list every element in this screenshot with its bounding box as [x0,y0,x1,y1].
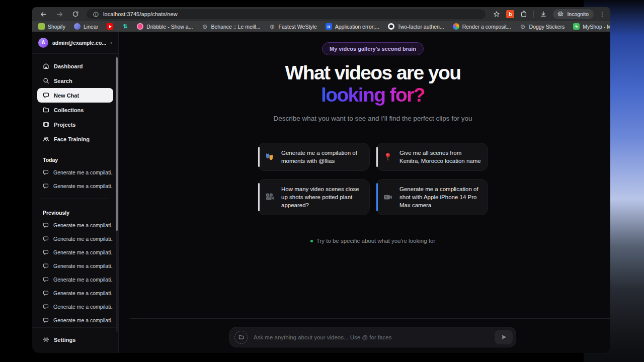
hero-badge: My videos gallery's second brain [322,42,424,55]
sidebar-item-label: Collections [54,107,84,113]
suggestion-card[interactable]: Give me all scenes from Kenitra, Morocco… [376,143,488,171]
chat-history-item[interactable]: Generate me a compilati... [37,300,113,313]
attach-button[interactable] [234,331,248,344]
incognito-label: Incognito [567,11,589,17]
movie-camera-icon [265,192,275,202]
chat-history-item[interactable]: Generate me a compilati... [37,313,113,327]
sidebar-item-face-training[interactable]: Face Training [37,132,113,146]
chevron-left-icon[interactable]: ‹ [110,39,113,46]
sidebar-item-label: New Chat [54,93,79,99]
suggestion-cards: Generate me a compilation of moments wit… [135,143,610,215]
suggestion-card[interactable]: Generate me a compilation of moments wit… [258,143,370,171]
github-favicon [388,23,394,30]
history-section-title: Today [32,157,118,163]
sidebar-item-collections[interactable]: Collections [37,103,113,117]
more-menu-icon[interactable]: ⋮ [599,11,605,18]
sidebar-item-label: Projects [54,122,75,128]
send-button[interactable] [495,330,513,344]
sidebar-divider [39,199,110,199]
round-pushpin-icon [383,152,393,162]
chat-bubble-icon [43,249,49,255]
forward-icon[interactable] [55,10,63,18]
bookmark-item[interactable]: Two-factor authen... [388,23,444,30]
bookmark-star-icon[interactable] [493,10,501,18]
bookmark-item[interactable]: ⇅ [122,23,128,30]
bookmark-item[interactable]: ϟMyShop - Multipur... [573,23,610,30]
sidebar: A admin@example.co... ‹ Dashboard Search… [32,32,119,353]
bookmarks-bar: Shopify Linear ⇅ Dribbble - Show a... ⊕B… [32,21,610,32]
chat-history-label: Generate me a compilati... [53,236,113,242]
suggestion-text: Give me all scenes from Kenitra, Morocco… [399,149,481,165]
chat-input[interactable] [254,334,495,340]
chat-bubble-icon [43,169,49,175]
chat-history-label: Generate me a compilati... [53,277,113,283]
bookmark-item[interactable]: nApplication error:... [326,23,379,30]
bookmark-item[interactable]: Shopify [38,23,65,30]
incognito-badge[interactable]: Incognito [553,9,594,19]
sidebar-item-new-chat[interactable]: New Chat [37,88,113,103]
browser-toolbar: localhost:3745/app/chats/new b Incognito… [32,7,610,21]
sidebar-item-dashboard[interactable]: Dashboard [37,59,113,73]
bookmark-item[interactable] [107,23,113,30]
bookmark-item[interactable]: ⊕Fastest WeStyle [269,23,317,30]
gear-icon [43,336,49,343]
dribbble-favicon [137,23,143,30]
chat-bubble-icon [43,222,49,228]
sidebar-nav: Dashboard Search New Chat Collections Pr… [32,54,118,146]
bookmark-item[interactable]: Linear [74,23,98,30]
chat-history-item[interactable]: Generate me a compilati... [37,232,113,245]
video-camera-icon [383,192,393,202]
bookmark-label: Dribbble - Show a... [146,24,193,30]
chat-history-item[interactable]: Generate me a compilati... [37,259,113,273]
site-info-icon[interactable] [92,10,100,18]
sidebar-item-projects[interactable]: Projects [37,117,113,132]
folder-icon [43,107,49,113]
chat-history-item[interactable]: Generate me a compilati... [37,179,113,193]
home-icon [43,63,49,69]
browser-window: localhost:3745/app/chats/new b Incognito… [32,7,610,353]
bookmark-label: Two-factor authen... [397,24,444,30]
chat-bubble-icon [43,304,49,310]
chat-history-item[interactable]: Generate me a compilati... [37,245,113,259]
bookmark-item[interactable]: Render a composit... [453,23,511,30]
bookmark-label: Behance :: Le meill... [211,24,260,30]
sidebar-item-label: Search [54,78,72,84]
people-icon [43,136,49,142]
sidebar-item-search[interactable]: Search [37,73,113,88]
toolbar-actions: b Incognito ⋮ [493,9,605,19]
chat-history-item[interactable]: Generate me a compilati... [37,218,113,232]
chat-history-item[interactable]: Generate me a compilati... [37,273,113,286]
bookmark-label: MyShop - Multipur... [583,24,610,30]
chat-history-item[interactable]: Generate me a compilati... [37,165,113,179]
chat-bubble-icon [43,290,49,296]
sidebar-item-settings[interactable]: Settings [37,332,113,347]
downloads-icon[interactable] [539,10,547,18]
chat-footer [130,318,610,353]
send-icon [501,334,507,340]
chat-input-bar[interactable] [229,327,516,347]
toolbar-divider [533,11,534,18]
bookmark-item[interactable]: ⊕Doggy Stickers [520,23,565,30]
account-row[interactable]: A admin@example.co... ‹ [32,32,118,54]
suggestion-card[interactable]: Generate me a complication of shot with … [376,179,488,215]
bookmark-item[interactable]: Dribbble - Show a... [137,23,193,30]
tip-text: Try to be specific about what you're loo… [316,238,435,244]
sidebar-scrollbar[interactable] [116,57,118,231]
back-icon[interactable] [39,10,47,18]
globe-favicon: ⊕ [201,23,208,30]
sidebar-item-label: Face Training [54,136,90,142]
suggestion-text: How many video scenes close up shots whe… [281,185,363,209]
bookmark-item[interactable]: ⊕Behance :: Le meill... [201,23,260,30]
url-bar[interactable]: localhost:3745/app/chats/new [87,9,486,19]
green-dot-icon [310,240,313,242]
extensions-icon[interactable] [520,10,528,18]
attach-folder-icon [238,334,244,340]
chat-history-item[interactable]: Generate me a compilati... [37,286,113,300]
app-root: A admin@example.co... ‹ Dashboard Search… [32,32,610,353]
reload-icon[interactable] [71,10,79,18]
extension-b-icon[interactable]: b [506,10,514,18]
suggestion-card[interactable]: How many video scenes close up shots whe… [258,179,370,215]
bookmark-label: Shopify [48,24,65,30]
bookmark-label: Doggy Stickers [529,24,565,30]
bookmark-label: Linear [84,24,98,30]
